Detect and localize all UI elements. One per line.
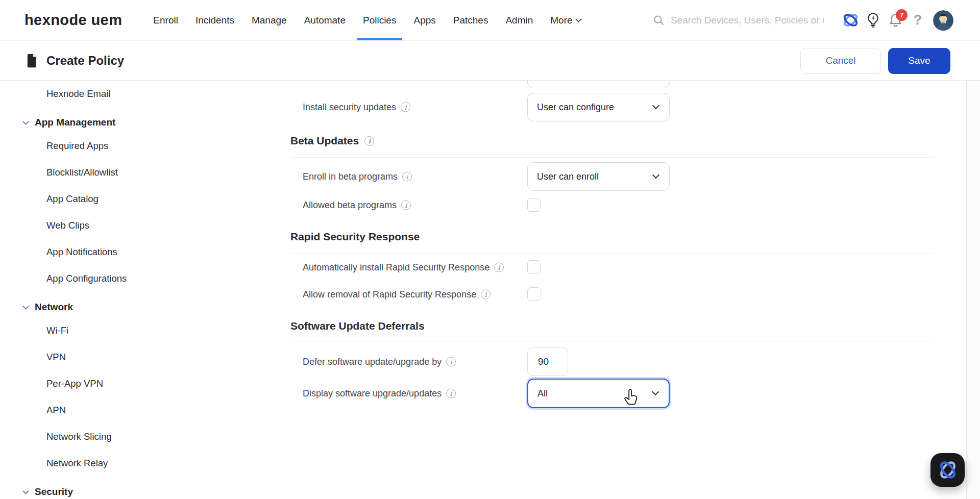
info-icon[interactable]: i	[364, 136, 374, 146]
nav-item-label: Incidents	[195, 15, 234, 26]
sidebar-item-app-catalog[interactable]: App Catalog	[13, 186, 256, 212]
sidebar-item-app-configurations[interactable]: App Configurations	[13, 265, 256, 292]
sidebar-item-network-slicing[interactable]: Network Slicing	[13, 423, 256, 450]
nav-item-policies[interactable]: Policies	[354, 0, 405, 40]
sidebar-item-per-app-vpn[interactable]: Per-App VPN	[13, 370, 256, 397]
section-heading-beta-updates: Beta Updates i	[290, 131, 374, 151]
app-window: hexnode uem EnrollIncidentsManageAutomat…	[0, 0, 980, 499]
sidebar-section-network[interactable]: Network	[13, 297, 256, 317]
nav-item-enroll[interactable]: Enroll	[144, 0, 187, 40]
main-region: Hexnode EmailApp ManagementRequired Apps…	[0, 81, 980, 499]
info-icon[interactable]: i	[446, 357, 456, 366]
hexnode-chat-widget-button[interactable]	[930, 453, 965, 487]
chevron-down-icon	[22, 118, 29, 125]
hexnode-uem-logo[interactable]: hexnode uem	[24, 12, 122, 29]
field-label-text: Allowed beta programs	[303, 199, 397, 210]
user-avatar[interactable]	[933, 10, 953, 31]
nav-item-more[interactable]: More	[542, 0, 589, 40]
section-heading-software-update-deferrals: Software Update Deferrals	[290, 316, 425, 336]
sidebar-item-wi-fi[interactable]: Wi-Fi	[13, 317, 256, 344]
auto-install-rsr-checkbox[interactable]	[527, 260, 541, 274]
sidebar-item-web-clips[interactable]: Web Clips	[13, 212, 256, 239]
cancel-button[interactable]: Cancel	[800, 48, 881, 74]
sidebar-section-label: Network	[35, 302, 73, 313]
info-icon[interactable]: i	[402, 172, 412, 182]
topbar-right-cluster: 7 ?	[653, 9, 980, 32]
sidebar-item-network-relay[interactable]: Network Relay	[13, 450, 256, 477]
hexnode-apps-button[interactable]	[839, 9, 862, 32]
save-button[interactable]: Save	[888, 48, 950, 74]
sidebar-item-label: Required Apps	[46, 140, 108, 152]
defer-update-row: Defer software update/upgrade by i	[257, 347, 966, 376]
field-label: Enroll in beta programs i	[303, 171, 412, 182]
info-icon[interactable]: i	[401, 200, 411, 210]
primary-nav: EnrollIncidentsManageAutomatePoliciesApp…	[144, 0, 589, 40]
chevron-down-icon	[575, 16, 582, 22]
select-value: User can configure	[537, 102, 614, 113]
sidebar-item-vpn[interactable]: VPN	[13, 344, 256, 370]
section-heading-text: Beta Updates	[290, 135, 359, 147]
field-label: Install security updates i	[303, 102, 410, 113]
page-title: Create Policy	[46, 54, 124, 68]
chevron-down-icon	[22, 488, 29, 494]
nav-item-label: Manage	[252, 15, 287, 26]
sidebar-item-required-apps[interactable]: Required Apps	[13, 133, 256, 159]
field-label: Automatically install Rapid Security Res…	[303, 262, 504, 272]
notifications-button[interactable]: 7	[884, 9, 906, 32]
field-label-text: Install security updates	[303, 102, 396, 113]
section-divider	[290, 254, 935, 254]
section-heading-text: Rapid Security Response	[290, 231, 420, 243]
sidebar-item-app-notifications[interactable]: App Notifications	[13, 239, 256, 265]
info-icon[interactable]: i	[446, 389, 456, 398]
sidebar-section-label: App Management	[35, 117, 115, 128]
install-security-updates-row: Install security updates i User can conf…	[257, 93, 966, 121]
allow-removal-rsr-row: Allow removal of Rapid Security Response…	[257, 287, 966, 301]
page-scrollbar[interactable]	[966, 81, 980, 499]
nav-item-admin[interactable]: Admin	[497, 0, 542, 40]
defer-days-input[interactable]	[527, 347, 568, 376]
policy-content: Install security updates i User can conf…	[257, 81, 966, 499]
sidebar-section-security[interactable]: Security	[13, 482, 256, 499]
nav-item-automate[interactable]: Automate	[296, 0, 354, 40]
chevron-down-icon	[652, 388, 659, 395]
field-label-text: Allow removal of Rapid Security Response	[303, 289, 476, 300]
help-button[interactable]: ?	[906, 9, 929, 32]
policy-actions: Cancel Save	[800, 48, 950, 74]
sidebar-item-label: Blocklist/Allowlist	[46, 167, 118, 178]
display-upgrades-row: Display software upgrade/updates i All	[257, 379, 966, 408]
field-label-text: Enroll in beta programs	[303, 171, 398, 182]
section-heading-text: Software Update Deferrals	[290, 320, 425, 332]
install-security-updates-select[interactable]: User can configure	[527, 93, 670, 121]
section-divider	[290, 341, 935, 341]
global-search[interactable]	[653, 15, 833, 26]
whats-new-button[interactable]	[862, 9, 884, 32]
field-label-text: Automatically install Rapid Security Res…	[303, 262, 489, 272]
field-label: Defer software update/upgrade by i	[303, 356, 456, 367]
sidebar-item-apn[interactable]: APN	[13, 397, 256, 423]
info-icon[interactable]: i	[401, 103, 410, 112]
display-upgrades-select[interactable]: All	[527, 379, 670, 408]
hexnode-knot-icon	[937, 459, 959, 481]
sidebar-item-label: Wi-Fi	[46, 325, 68, 336]
allowed-beta-programs-checkbox[interactable]	[527, 198, 541, 212]
field-label-text: Defer software update/upgrade by	[303, 356, 442, 367]
auto-install-rsr-row: Automatically install Rapid Security Res…	[257, 260, 966, 274]
nav-item-label: Admin	[505, 15, 533, 26]
clipped-select[interactable]	[527, 81, 670, 88]
info-icon[interactable]: i	[481, 289, 491, 299]
nav-item-patches[interactable]: Patches	[445, 0, 497, 40]
allow-removal-rsr-checkbox[interactable]	[527, 287, 541, 301]
nav-item-apps[interactable]: Apps	[405, 0, 444, 40]
sidebar-item-blocklist-allowlist[interactable]: Blocklist/Allowlist	[13, 159, 256, 186]
question-mark-icon: ?	[914, 12, 922, 28]
nav-item-label: More	[550, 15, 572, 26]
nav-item-manage[interactable]: Manage	[243, 0, 296, 40]
sidebar-section-app-management[interactable]: App Management	[13, 112, 256, 133]
nav-item-incidents[interactable]: Incidents	[187, 0, 243, 40]
info-icon[interactable]: i	[494, 262, 504, 272]
search-input[interactable]	[671, 15, 824, 26]
enroll-beta-programs-select[interactable]: User can enroll	[527, 162, 670, 191]
chevron-down-icon	[652, 102, 659, 109]
sidebar-item-hexnode-email[interactable]: Hexnode Email	[13, 81, 256, 107]
sidebar-item-label: Per-App VPN	[46, 378, 103, 389]
